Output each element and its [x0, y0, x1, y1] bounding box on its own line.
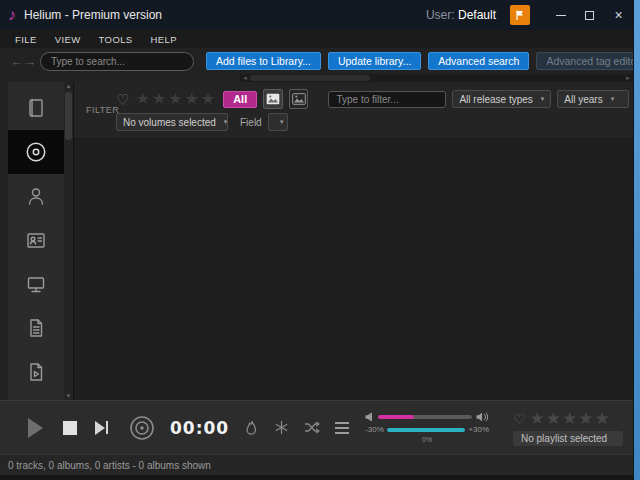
- filter-text-input[interactable]: [328, 91, 446, 108]
- menu-file[interactable]: FILE: [6, 32, 46, 47]
- sidebar-item-library[interactable]: [8, 86, 64, 130]
- star-icon[interactable]: ★: [135, 90, 149, 107]
- sidebar-item-albums[interactable]: [8, 130, 64, 174]
- content-scrollbar[interactable]: ▲ ▼: [64, 82, 73, 400]
- star-icon[interactable]: ★: [562, 409, 577, 428]
- app-logo-icon: ♪: [8, 7, 16, 23]
- tempo-min-label: -30%: [365, 426, 384, 434]
- menu-icon: [335, 422, 349, 424]
- forward-arrow-icon[interactable]: →: [23, 54, 36, 69]
- report-document-icon: [25, 317, 47, 339]
- album-list-empty-area[interactable]: [74, 139, 633, 400]
- sidebar-item-devices[interactable]: [8, 262, 64, 306]
- chevron-down-icon: ▾: [280, 118, 284, 126]
- toolbar-scrollbar[interactable]: ◄ ►: [240, 74, 633, 82]
- release-type-value: All release types: [459, 94, 532, 105]
- titlebar-right: User: Default ×: [426, 0, 633, 30]
- scroll-left-icon[interactable]: ◄: [242, 75, 248, 81]
- playlist-heart-icon[interactable]: ♡: [513, 412, 526, 426]
- star-icon[interactable]: ★: [152, 90, 166, 107]
- star-icon[interactable]: ★: [168, 90, 182, 107]
- shuffle-button[interactable]: [304, 420, 320, 435]
- burn-button[interactable]: [244, 420, 259, 436]
- menu-view[interactable]: VIEW: [46, 32, 90, 47]
- star-icon[interactable]: ★: [578, 409, 593, 428]
- stop-button[interactable]: [63, 421, 77, 435]
- menu-tools[interactable]: TOOLS: [90, 32, 142, 47]
- rating-filter[interactable]: ★★★★★: [135, 90, 217, 108]
- shuffle-icon: [304, 420, 320, 435]
- tempo-max-label: +30%: [468, 426, 489, 434]
- sidebar-item-playlists[interactable]: [8, 350, 64, 394]
- menu-bar: FILE VIEW TOOLS HELP: [0, 30, 633, 48]
- snowflake-icon: [274, 420, 289, 435]
- star-icon[interactable]: ★: [184, 90, 198, 107]
- update-library-button[interactable]: Update library...: [328, 52, 421, 70]
- star-icon[interactable]: ★: [530, 409, 545, 428]
- volume-slider-fill: [378, 415, 414, 419]
- freeze-button[interactable]: [274, 420, 289, 435]
- play-button[interactable]: [28, 418, 43, 438]
- menu-help[interactable]: HELP: [142, 32, 186, 47]
- filter-all-button[interactable]: All: [223, 91, 257, 108]
- sidebar-item-artists[interactable]: [8, 174, 64, 218]
- field-dropdown[interactable]: ▾: [268, 113, 288, 131]
- app-window: ♪ Helium - Premium version User: Default…: [0, 0, 634, 480]
- add-files-to-library-button[interactable]: Add files to Library...: [206, 52, 321, 70]
- toolbar-scrollbar-thumb[interactable]: [250, 75, 370, 81]
- maximize-icon: [585, 11, 594, 20]
- star-icon[interactable]: ★: [201, 90, 215, 107]
- show-covers-toggle-button[interactable]: [263, 89, 283, 109]
- image-off-icon: [292, 93, 306, 105]
- maximize-button[interactable]: [575, 0, 604, 30]
- search-input[interactable]: [40, 52, 194, 71]
- window-bottom-edge: [0, 475, 633, 480]
- advanced-tag-editor-button[interactable]: Advanced tag editor: [536, 52, 634, 70]
- tempo-slider[interactable]: [387, 428, 466, 432]
- years-value: All years: [564, 94, 602, 105]
- playlist-status[interactable]: No playlist selected: [513, 431, 623, 446]
- disc-logo-icon: [128, 414, 156, 442]
- now-playing-disc-button[interactable]: [128, 414, 156, 442]
- playlist-stars[interactable]: ★★★★★: [530, 410, 611, 428]
- filter-row-1: ♡ ★★★★★ All All release ty: [116, 88, 629, 110]
- status-text: 0 tracks, 0 albums, 0 artists - 0 albums…: [8, 460, 211, 471]
- scroll-down-icon[interactable]: ▼: [64, 392, 73, 400]
- minimize-button[interactable]: [546, 0, 575, 30]
- menu-icon: [335, 432, 349, 434]
- user-indicator: User: Default: [426, 8, 496, 22]
- close-button[interactable]: ×: [604, 0, 633, 30]
- volumes-dropdown[interactable]: No volumes selected ▾: [116, 113, 228, 131]
- volume-tempo-cluster: -30% +30% 0%: [365, 412, 489, 443]
- back-arrow-icon[interactable]: ←: [10, 54, 23, 69]
- release-type-dropdown[interactable]: All release types ▾: [452, 90, 551, 108]
- minimize-icon: [556, 15, 566, 16]
- star-icon[interactable]: ★: [546, 409, 561, 428]
- artist-person-icon: [25, 185, 47, 207]
- sidebar-item-contacts[interactable]: [8, 218, 64, 262]
- scroll-up-icon[interactable]: ▲: [64, 82, 73, 90]
- sidebar-item-reports[interactable]: [8, 306, 64, 350]
- next-track-button[interactable]: [95, 421, 108, 435]
- library-book-icon: [25, 97, 47, 119]
- playlist-rating[interactable]: ♡ ★★★★★: [513, 410, 623, 428]
- years-dropdown[interactable]: All years ▾: [557, 90, 629, 108]
- scroll-right-icon[interactable]: ►: [625, 75, 631, 81]
- volume-row: [365, 412, 489, 422]
- device-monitor-icon: [25, 273, 47, 295]
- advanced-search-button[interactable]: Advanced search: [428, 52, 529, 70]
- queue-menu-button[interactable]: [335, 422, 349, 434]
- loud-speaker-icon[interactable]: [476, 412, 489, 422]
- chevron-down-icon: ▾: [224, 118, 228, 126]
- flag-icon: [514, 9, 526, 21]
- toolbar-scroll-strip: ◄ ►: [0, 74, 633, 82]
- hide-covers-toggle-button[interactable]: [289, 89, 309, 109]
- volume-slider[interactable]: [378, 415, 472, 419]
- content-scrollbar-thumb[interactable]: [65, 92, 72, 140]
- filter-row-2: No volumes selected ▾ Field ▾: [116, 112, 629, 132]
- star-icon[interactable]: ★: [595, 409, 610, 428]
- mute-speaker-icon[interactable]: [365, 412, 374, 422]
- toolbar-buttons: Add files to Library... Update library..…: [206, 52, 634, 70]
- notification-flag-button[interactable]: [510, 5, 530, 25]
- status-bar: 0 tracks, 0 albums, 0 artists - 0 albums…: [0, 454, 633, 475]
